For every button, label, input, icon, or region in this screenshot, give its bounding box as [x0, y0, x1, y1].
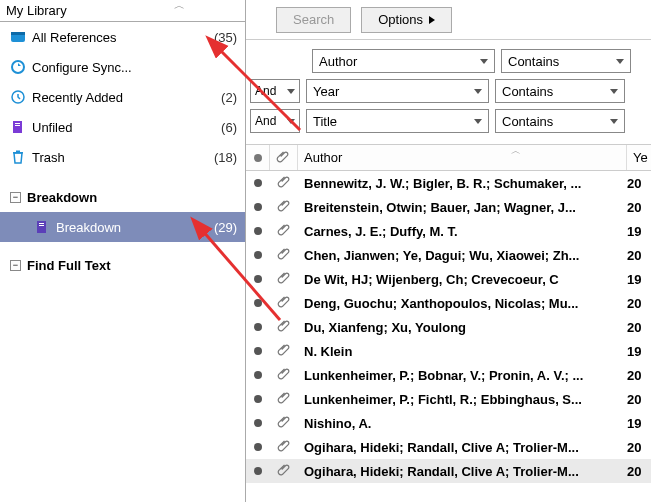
- sidebar-group-breakdown[interactable]: − Breakdown: [0, 182, 245, 212]
- table-row[interactable]: Du, Xianfeng; Xu, Youlong20: [246, 315, 651, 339]
- svg-rect-7: [13, 152, 23, 154]
- sidebar-item-label: Trash: [32, 150, 208, 165]
- col-read[interactable]: [246, 145, 270, 170]
- read-cell: [246, 299, 270, 307]
- paperclip-icon: [277, 414, 292, 432]
- table-row[interactable]: N. Klein19: [246, 339, 651, 363]
- col-year[interactable]: Ye: [627, 145, 651, 170]
- read-cell: [246, 179, 270, 187]
- collapse-icon[interactable]: −: [10, 260, 21, 271]
- dot-icon: [254, 227, 262, 235]
- table-row[interactable]: Nishino, A.19: [246, 411, 651, 435]
- attachment-cell: [270, 318, 298, 336]
- year-cell: 19: [627, 272, 651, 287]
- condition-select[interactable]: Contains: [495, 79, 625, 103]
- author-cell: Ogihara, Hideki; Randall, Clive A; Troli…: [298, 440, 627, 455]
- table-row[interactable]: Deng, Guochu; Xanthopoulos, Nicolas; Mu.…: [246, 291, 651, 315]
- attachment-cell: [270, 198, 298, 216]
- year-cell: 20: [627, 176, 651, 191]
- table-row[interactable]: Ogihara, Hideki; Randall, Clive A; Troli…: [246, 435, 651, 459]
- col-attachment[interactable]: [270, 145, 298, 170]
- dot-icon: [254, 154, 262, 162]
- sidebar-item-label: Breakdown: [56, 220, 208, 235]
- field-select[interactable]: Year: [306, 79, 489, 103]
- chevron-up-icon: ︿: [174, 0, 185, 13]
- year-cell: 19: [627, 224, 651, 239]
- read-cell: [246, 275, 270, 283]
- field-select[interactable]: Title: [306, 109, 489, 133]
- paperclip-icon: [277, 318, 292, 336]
- year-cell: 20: [627, 296, 651, 311]
- table-row[interactable]: Lunkenheimer, P.; Bobnar, V.; Pronin, A.…: [246, 363, 651, 387]
- dot-icon: [254, 371, 262, 379]
- library-header[interactable]: My Library ︿: [0, 0, 245, 22]
- author-cell: Nishino, A.: [298, 416, 627, 431]
- table-row[interactable]: De Wit, HJ; Wijenberg, Ch; Crevecoeur, C…: [246, 267, 651, 291]
- search-row-3: And Title Contains: [246, 106, 651, 136]
- bool-select[interactable]: And: [250, 79, 300, 103]
- table-row[interactable]: Lunkenheimer, P.; Fichtl, R.; Ebbinghaus…: [246, 387, 651, 411]
- table-row[interactable]: Breitenstein, Otwin; Bauer, Jan; Wagner,…: [246, 195, 651, 219]
- year-cell: 20: [627, 320, 651, 335]
- group-icon: [34, 219, 50, 235]
- read-cell: [246, 443, 270, 451]
- read-cell: [246, 467, 270, 475]
- sidebar-item-recently-added[interactable]: Recently Added (2): [0, 82, 245, 112]
- button-label: Options: [378, 12, 423, 27]
- button-label: Search: [293, 12, 334, 27]
- table-row[interactable]: Bennewitz, J. W.; Bigler, B. R.; Schumak…: [246, 171, 651, 195]
- paperclip-icon: [277, 174, 292, 192]
- sidebar-item-count: (2): [221, 90, 237, 105]
- table-row[interactable]: Carnes, J. E.; Duffy, M. T.19: [246, 219, 651, 243]
- author-cell: Deng, Guochu; Xanthopoulos, Nicolas; Mu.…: [298, 296, 627, 311]
- dot-icon: [254, 395, 262, 403]
- search-criteria: Author Contains And Year Contains And Ti…: [246, 40, 651, 145]
- sort-up-icon: ︿: [511, 144, 521, 158]
- options-button[interactable]: Options: [361, 7, 452, 33]
- dot-icon: [254, 179, 262, 187]
- read-cell: [246, 203, 270, 211]
- search-button[interactable]: Search: [276, 7, 351, 33]
- sidebar-item-all-references[interactable]: All References (35): [0, 22, 245, 52]
- col-author[interactable]: Author ︿: [298, 145, 627, 170]
- dot-icon: [254, 275, 262, 283]
- library-title: My Library: [6, 3, 67, 18]
- table-row[interactable]: Ogihara, Hideki; Randall, Clive A; Troli…: [246, 459, 651, 483]
- paperclip-icon: [277, 246, 292, 264]
- sidebar-item-configure-sync[interactable]: Configure Sync...: [0, 52, 245, 82]
- field-select[interactable]: Author: [312, 49, 495, 73]
- attachment-cell: [270, 414, 298, 432]
- sidebar-item-label: Configure Sync...: [32, 60, 237, 75]
- attachment-cell: [270, 294, 298, 312]
- svg-point-2: [12, 61, 24, 73]
- sidebar-item-unfiled[interactable]: Unfiled (6): [0, 112, 245, 142]
- sidebar-group-find-full-text[interactable]: − Find Full Text: [0, 250, 245, 280]
- svg-rect-5: [15, 123, 20, 124]
- author-cell: Lunkenheimer, P.; Bobnar, V.; Pronin, A.…: [298, 368, 627, 383]
- dot-icon: [254, 347, 262, 355]
- attachment-cell: [270, 390, 298, 408]
- author-cell: Du, Xianfeng; Xu, Youlong: [298, 320, 627, 335]
- attachment-cell: [270, 246, 298, 264]
- svg-rect-9: [37, 221, 46, 233]
- condition-select[interactable]: Contains: [501, 49, 631, 73]
- table-header: Author ︿ Ye: [246, 145, 651, 171]
- paperclip-icon: [277, 342, 292, 360]
- read-cell: [246, 419, 270, 427]
- bool-select[interactable]: And: [250, 109, 300, 133]
- year-cell: 20: [627, 248, 651, 263]
- attachment-cell: [270, 174, 298, 192]
- dot-icon: [254, 299, 262, 307]
- dot-icon: [254, 467, 262, 475]
- sidebar-item-trash[interactable]: Trash (18): [0, 142, 245, 172]
- condition-select[interactable]: Contains: [495, 109, 625, 133]
- author-cell: Lunkenheimer, P.; Fichtl, R.; Ebbinghaus…: [298, 392, 627, 407]
- collapse-icon[interactable]: −: [10, 192, 21, 203]
- sidebar-item-breakdown[interactable]: Breakdown (29): [0, 212, 245, 242]
- search-row-2: And Year Contains: [246, 76, 651, 106]
- read-cell: [246, 347, 270, 355]
- table-row[interactable]: Chen, Jianwen; Ye, Dagui; Wu, Xiaowei; Z…: [246, 243, 651, 267]
- sidebar-item-label: Unfiled: [32, 120, 215, 135]
- sync-icon: [10, 59, 26, 75]
- author-cell: Carnes, J. E.; Duffy, M. T.: [298, 224, 627, 239]
